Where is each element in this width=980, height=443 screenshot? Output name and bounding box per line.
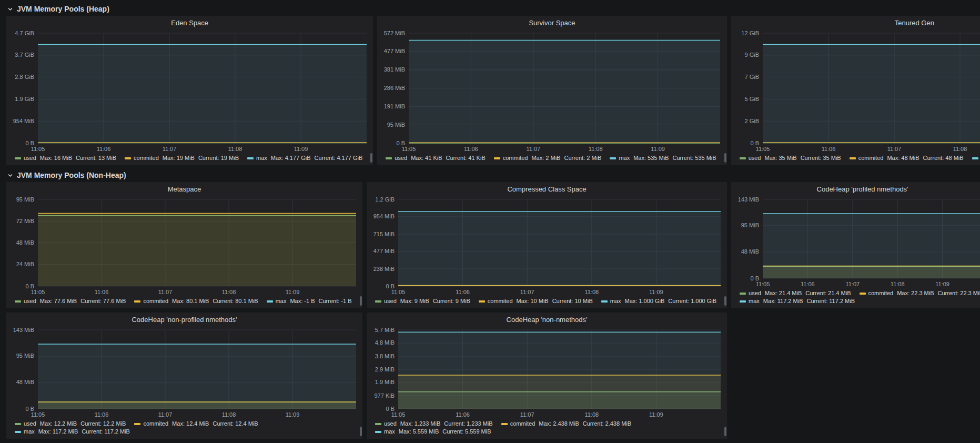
panel-title[interactable]: Survivor Space xyxy=(380,17,723,29)
stat-current-label: Current: xyxy=(801,155,822,161)
series-name: commited xyxy=(143,420,168,428)
legend-stat-current: Current: 535 MiB xyxy=(672,154,716,162)
legend-scrollbar[interactable] xyxy=(724,153,726,163)
chart[interactable]: 4.7 GiB3.7 GiB2.8 GiB1.9 GiB954 MiB0 B11… xyxy=(9,29,370,154)
svg-text:11:07: 11:07 xyxy=(520,411,534,418)
chart[interactable]: 572 MiB477 MiB381 MiB286 MiB191 MiB95 Mi… xyxy=(380,29,723,154)
legend-item[interactable]: maxMax: 535 MiBCurrent: 535 MiB xyxy=(610,154,716,162)
series-name: max xyxy=(24,428,35,436)
stat-max-label: Max: xyxy=(531,155,544,161)
panel-title[interactable]: Metaspace xyxy=(9,184,359,195)
chart[interactable]: 1.2 GiB954 MiB715 MiB477 MiB238 MiB0 B11… xyxy=(370,195,724,297)
series-color-swatch xyxy=(375,431,381,433)
stat-current-value: 535 MiB xyxy=(695,155,716,161)
chart-svg: 5.7 MiB4.8 MiB3.8 MiB2.9 MiB1.9 MiB977 K… xyxy=(370,326,724,419)
legend-item[interactable]: commitedMax: 48 MiBCurrent: 48 MiB xyxy=(850,154,964,162)
legend-scrollbar[interactable] xyxy=(724,296,726,306)
legend-item[interactable]: commitedMax: 10 MiBCurrent: 10 MiB xyxy=(479,297,593,305)
stat-current-value: 22.3 MiB xyxy=(960,290,980,296)
section-header[interactable]: JVM Memory Pools (Heap) xyxy=(6,2,974,16)
svg-text:11:09: 11:09 xyxy=(286,289,300,295)
stat-max-label: Max: xyxy=(411,155,423,161)
legend-item[interactable]: maxMax: 117.2 MiBCurrent: 117.2 MiB xyxy=(740,297,855,305)
panel: Survivor Space 572 MiB477 MiB381 MiB286 … xyxy=(377,16,726,165)
series-color-swatch xyxy=(15,431,21,433)
legend-item[interactable]: usedMax: 21.4 MiBCurrent: 21.4 MiB xyxy=(740,289,851,297)
panel-title[interactable]: CodeHeap 'profiled nmethods' xyxy=(734,184,980,195)
stat-max-value: 117.2 MiB xyxy=(777,298,803,304)
stat-max-value: 21.4 MiB xyxy=(779,290,802,296)
series-color-swatch xyxy=(15,423,21,425)
legend-item[interactable]: commitedMax: 22.3 MiBCurrent: 22.3 MiB xyxy=(860,289,980,297)
chart[interactable]: 95 MiB72 MiB48 MiB24 MiB0 B11:0511:0611:… xyxy=(9,195,359,297)
panel-title[interactable]: Compressed Class Space xyxy=(370,184,724,195)
stat-max-label: Max: xyxy=(172,298,185,304)
legend-item[interactable]: commitedMax: 2.438 MiBCurrent: 2.438 MiB xyxy=(501,420,631,428)
chart[interactable]: 12 GiB9 GiB7 GiB5 GiB2 GiB0 B11:0511:061… xyxy=(734,29,980,154)
legend-item[interactable]: usedMax: 16 MiBCurrent: 13 MiB xyxy=(15,154,116,162)
legend-scrollbar[interactable] xyxy=(724,427,726,436)
panel-title[interactable]: CodeHeap 'non-profiled nmethods' xyxy=(9,314,359,326)
legend-item[interactable]: maxMax: -1 BCurrent: -1 B xyxy=(267,297,352,305)
legend-item[interactable]: maxMax: 1.000 GiBCurrent: 1.000 GiB xyxy=(601,297,716,305)
stat-max-value: 22.3 MiB xyxy=(911,290,934,296)
legend-scrollbar[interactable] xyxy=(360,296,362,306)
svg-text:0 B: 0 B xyxy=(386,406,395,412)
svg-text:11:08: 11:08 xyxy=(228,146,243,152)
legend-stat-max: Max: 35 MiB xyxy=(764,154,796,162)
legend-stat-current: Current: 4.177 GiB xyxy=(315,154,363,162)
chart[interactable]: 5.7 MiB4.8 MiB3.8 MiB2.9 MiB1.9 MiB977 K… xyxy=(370,326,724,419)
legend-scrollbar[interactable] xyxy=(370,153,372,163)
legend-item[interactable]: usedMax: 1.233 MiBCurrent: 1.233 MiB xyxy=(375,420,493,428)
legend-item[interactable]: usedMax: 35 MiBCurrent: 35 MiB xyxy=(740,154,841,162)
section-header[interactable]: JVM Memory Pools (Non-Heap) xyxy=(6,168,974,182)
stat-current-label: Current: xyxy=(583,420,604,427)
svg-text:11:07: 11:07 xyxy=(527,146,541,152)
legend-scrollbar[interactable] xyxy=(360,427,362,436)
chart-svg: 1.2 GiB954 MiB715 MiB477 MiB238 MiB0 B11… xyxy=(370,195,724,297)
legend-item[interactable]: maxMax: 4.177 GiBCurrent: 4.177 GiB xyxy=(247,154,362,162)
legend-item[interactable]: maxMax: 10.44 GiBCurrent: 10.44 GiB xyxy=(972,154,980,162)
stat-max-value: 19 MiB xyxy=(177,155,195,161)
svg-text:2.8 GiB: 2.8 GiB xyxy=(15,74,34,80)
series-color-swatch xyxy=(479,300,485,303)
series-name: commited xyxy=(143,297,168,305)
legend-item[interactable]: usedMax: 41 KiBCurrent: 41 KiB xyxy=(386,154,485,162)
series-color-swatch xyxy=(134,300,140,303)
panel-title[interactable]: CodeHeap 'non-nmethods' xyxy=(370,314,724,326)
legend: usedMax: 35 MiBCurrent: 35 MiB commitedM… xyxy=(734,154,980,164)
dashboard-section: JVM Memory Pools (Non-Heap) Metaspace 95… xyxy=(6,168,974,439)
panel: CodeHeap 'profiled nmethods' 143 MiB95 M… xyxy=(731,182,980,308)
chart[interactable]: 143 MiB95 MiB48 MiB0 B11:0511:0611:0711:… xyxy=(9,326,359,419)
stat-max-label: Max: xyxy=(517,298,529,304)
legend-stat-max: Max: 5.559 MiB xyxy=(399,428,439,436)
legend-item[interactable]: maxMax: 117.2 MiBCurrent: 117.2 MiB xyxy=(15,428,130,436)
svg-text:11:05: 11:05 xyxy=(31,289,45,295)
legend-item[interactable]: usedMax: 9 MiBCurrent: 9 MiB xyxy=(375,297,470,305)
series-name: commited xyxy=(868,289,894,297)
legend-item[interactable]: commitedMax: 19 MiBCurrent: 19 MiB xyxy=(125,154,239,162)
series-color-swatch xyxy=(740,293,746,295)
stat-current-label: Current: xyxy=(672,155,693,161)
panel-title[interactable]: Eden Space xyxy=(9,17,370,29)
series-color-swatch xyxy=(375,300,381,303)
stat-max-value: 48 MiB xyxy=(901,155,919,161)
svg-text:11:05: 11:05 xyxy=(756,281,770,287)
legend-stat-max: Max: 80.1 MiB xyxy=(172,297,209,305)
legend-item[interactable]: commitedMax: 2 MiBCurrent: 2 MiB xyxy=(494,154,602,162)
legend-stat-max: Max: 41 KiB xyxy=(411,154,442,162)
legend-item[interactable]: commitedMax: 12.4 MiBCurrent: 12.4 MiB xyxy=(134,420,258,428)
legend-item[interactable]: commitedMax: 80.1 MiBCurrent: 80.1 MiB xyxy=(134,297,258,305)
legend-item[interactable]: usedMax: 12.2 MiBCurrent: 12.2 MiB xyxy=(15,420,126,428)
chart[interactable]: 143 MiB95 MiB48 MiB0 B11:0511:0611:0711:… xyxy=(734,195,980,289)
panel-title[interactable]: Tenured Gen xyxy=(734,17,980,29)
svg-text:5 GiB: 5 GiB xyxy=(744,96,759,102)
stat-max-value: 2 MiB xyxy=(545,155,560,161)
svg-text:286 MiB: 286 MiB xyxy=(384,85,405,91)
svg-text:11:09: 11:09 xyxy=(651,146,665,152)
legend-item[interactable]: maxMax: 5.559 MiBCurrent: 5.559 MiB xyxy=(375,428,491,436)
stat-max-value: 1.000 GiB xyxy=(639,298,664,304)
stat-current-value: 77.6 MiB xyxy=(103,298,126,304)
series-color-swatch xyxy=(501,423,508,425)
legend-item[interactable]: usedMax: 77.6 MiBCurrent: 77.6 MiB xyxy=(15,297,126,305)
